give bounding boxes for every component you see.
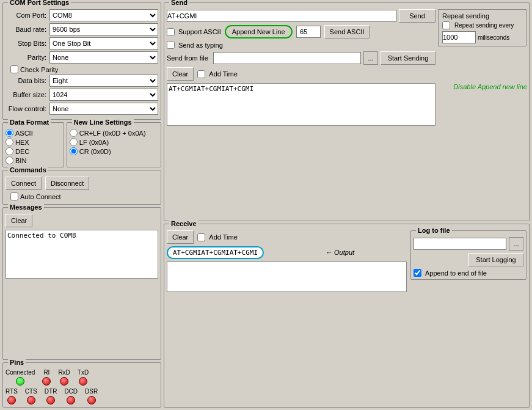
repeat-value-input[interactable] xyxy=(442,31,476,43)
stop-bits-select[interactable]: One Stop Bit xyxy=(49,37,158,49)
send-from-file-label: Send from file xyxy=(167,54,208,62)
dec-radio[interactable] xyxy=(5,147,13,155)
stop-bits-label: Stop Bits: xyxy=(5,40,49,47)
log-file-input[interactable] xyxy=(414,238,506,250)
crlf-radio[interactable] xyxy=(70,129,78,137)
add-time-label: Add Time xyxy=(209,70,237,78)
pin-connected-label: Connected xyxy=(5,369,35,376)
messages-clear-button[interactable]: Clear xyxy=(5,214,32,227)
baud-rate-select[interactable]: 9600 bps xyxy=(49,23,158,35)
data-format-title: Data Format xyxy=(8,119,51,126)
repeat-sending-label: Repeat sending every xyxy=(454,22,514,29)
send-ascii-button[interactable]: Send ASCII xyxy=(324,25,370,38)
send-file-input[interactable] xyxy=(213,52,361,64)
buffer-size-label: Buffer size: xyxy=(5,91,49,98)
pin-txd-led xyxy=(79,377,87,386)
send-as-typing-checkbox[interactable] xyxy=(167,41,175,49)
send-file-browse-button[interactable]: ... xyxy=(363,51,378,65)
pin-cts-led xyxy=(27,396,35,405)
crlf-label: CR+LF (0x0D + 0x0A) xyxy=(79,130,146,137)
auto-connect-label: Auto Connect xyxy=(20,193,61,200)
pin-dcd-led xyxy=(67,396,75,405)
flow-control-select[interactable]: None xyxy=(49,103,158,115)
new-line-settings-title: New Line Settings xyxy=(72,119,134,126)
repeat-sending-checkbox[interactable] xyxy=(442,21,450,29)
pin-rts-led xyxy=(7,396,16,405)
support-ascii-checkbox[interactable] xyxy=(167,28,175,36)
buffer-size-select[interactable]: 1024 xyxy=(49,89,158,101)
pin-dsr-led xyxy=(87,396,96,405)
lf-radio[interactable] xyxy=(70,138,78,146)
check-parity-checkbox[interactable] xyxy=(10,65,18,73)
pin-rts-label: RTS xyxy=(5,388,18,395)
baud-rate-label: Baud rate: xyxy=(5,26,49,33)
pin-ri-led xyxy=(42,377,51,386)
data-bits-label: Data bits: xyxy=(5,77,49,84)
repeat-sending-title: Repeat sending xyxy=(442,12,522,20)
auto-connect-checkbox[interactable] xyxy=(10,192,18,200)
send-as-typing-label: Send as typing xyxy=(178,42,223,49)
messages-content: Connected to COM8 xyxy=(6,230,158,241)
pin-dtr-label: DTR xyxy=(45,388,57,395)
flow-control-label: Flow control: xyxy=(5,105,49,112)
receive-area-content: AT+CGMIAT+CGMIAT+CGMI xyxy=(173,249,258,257)
append-to-end-checkbox[interactable] xyxy=(414,269,421,277)
send-clear-button[interactable]: Clear xyxy=(167,67,194,81)
send-button[interactable]: Send xyxy=(399,9,435,23)
ascii-label: ASCII xyxy=(15,130,33,137)
commands-title: Commands xyxy=(8,166,48,174)
miliseconds-label: miliseconds xyxy=(478,34,509,41)
receive-title: Receive xyxy=(169,220,199,227)
ascii-radio[interactable] xyxy=(5,129,13,137)
com-port-settings-title: COM Port Settings xyxy=(8,0,71,6)
parity-label: Parity: xyxy=(5,54,49,61)
bin-radio[interactable] xyxy=(5,156,13,164)
pin-cts-label: CTS xyxy=(25,388,37,395)
pin-dsr-label: DSR xyxy=(85,388,98,395)
parity-select[interactable]: None xyxy=(49,51,158,64)
log-file-browse-button[interactable]: ... xyxy=(509,237,523,251)
bin-label: BIN xyxy=(15,157,26,164)
check-parity-label: Check Parity xyxy=(20,66,58,73)
com-port-label: Com Port: xyxy=(5,12,49,19)
hex-radio[interactable] xyxy=(5,138,13,146)
start-sending-button[interactable]: Start Sending xyxy=(381,51,435,65)
log-to-file-title: Log to file xyxy=(416,227,452,234)
dec-label: DEC xyxy=(15,148,29,155)
ascii-num-input[interactable] xyxy=(296,26,321,38)
append-new-line-button[interactable]: Append New Line xyxy=(225,25,293,38)
send-area-scrollable: AT+CGMIAT+CGMIAT+CGMI xyxy=(167,83,435,126)
pin-dcd-label: DCD xyxy=(64,388,78,395)
hex-label: HEX xyxy=(15,139,29,146)
pin-rxd-led xyxy=(60,377,68,386)
connect-button[interactable]: Connect xyxy=(5,177,42,190)
com-port-select[interactable]: COM8 xyxy=(49,9,158,21)
receive-scrollable xyxy=(167,262,407,292)
start-logging-button[interactable]: Start Logging xyxy=(468,253,523,266)
cr-label: CR (0x0D) xyxy=(79,148,111,155)
output-annotation: ← Output xyxy=(326,249,354,256)
pin-txd-label: TxD xyxy=(78,369,89,376)
pin-rxd-label: RxD xyxy=(58,369,70,376)
data-bits-select[interactable]: Eight xyxy=(49,75,158,87)
receive-clear-button[interactable]: Clear xyxy=(167,230,194,244)
pin-ri-label: RI xyxy=(43,369,49,376)
add-time-checkbox[interactable] xyxy=(197,70,205,78)
disconnect-button[interactable]: Disconnect xyxy=(45,177,89,190)
receive-content-annotated: AT+CGMIAT+CGMIAT+CGMI xyxy=(167,246,264,259)
repeat-sending-box: Repeat sending Repeat sending every mili… xyxy=(438,9,527,46)
append-to-end-label: Append to end of file xyxy=(425,269,487,277)
pin-dtr-led xyxy=(46,396,55,405)
send-input[interactable] xyxy=(167,10,396,22)
messages-title: Messages xyxy=(8,203,44,211)
cr-radio[interactable] xyxy=(70,147,78,155)
send-title: Send xyxy=(169,0,189,6)
support-ascii-label: Support ASCII xyxy=(178,28,221,35)
send-area-content: AT+CGMIAT+CGMIAT+CGMI xyxy=(167,84,435,94)
lf-label: LF (0x0A) xyxy=(79,139,109,146)
receive-add-time-checkbox[interactable] xyxy=(197,233,205,241)
pins-title: Pins xyxy=(8,359,26,366)
pin-connected-led xyxy=(16,377,24,386)
receive-add-time-label: Add Time xyxy=(209,233,237,241)
